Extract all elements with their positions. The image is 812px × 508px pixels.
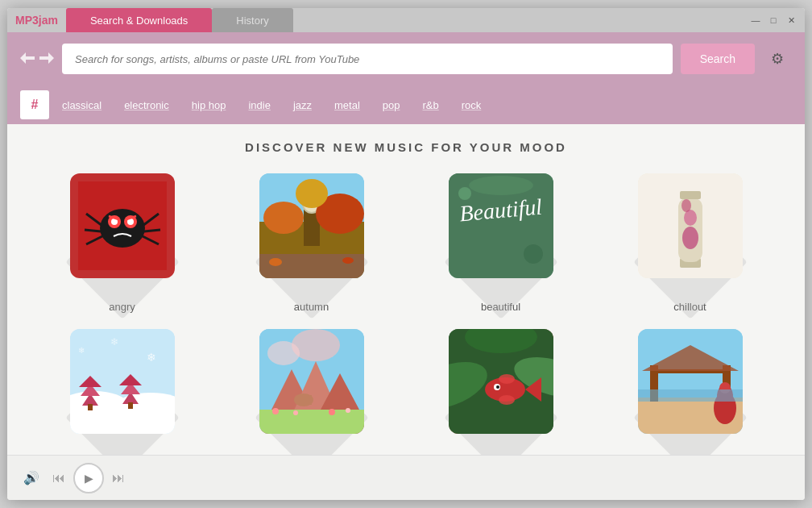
mood-relax-image xyxy=(638,329,743,434)
mood-angry[interactable]: angry xyxy=(39,173,205,313)
svg-point-23 xyxy=(296,179,328,208)
mood-winter-image: ❄ ❄ ❄ xyxy=(70,329,175,434)
genre-hash[interactable]: # xyxy=(20,90,49,119)
nav-buttons xyxy=(20,52,54,66)
close-button[interactable]: ✕ xyxy=(785,15,797,26)
mood-spring-wrapper xyxy=(251,329,372,450)
mood-grid: angry xyxy=(39,173,773,455)
back-button[interactable] xyxy=(20,52,35,66)
mood-autumn[interactable]: autumn xyxy=(229,173,394,313)
genre-classical[interactable]: classical xyxy=(52,96,111,115)
mood-nature-wrapper xyxy=(441,329,561,450)
mood-winter[interactable]: ❄ ❄ ❄ winter xyxy=(39,329,205,455)
svg-point-26 xyxy=(342,257,354,264)
svg-text:❄: ❄ xyxy=(110,336,118,348)
svg-point-37 xyxy=(682,199,691,212)
svg-text:❄: ❄ xyxy=(147,351,156,364)
genre-rnb[interactable]: r&b xyxy=(413,96,449,115)
mood-relax[interactable]: relax xyxy=(607,329,773,455)
svg-point-36 xyxy=(684,210,697,226)
mood-relax-wrapper xyxy=(630,329,751,450)
svg-point-64 xyxy=(346,408,350,413)
svg-point-25 xyxy=(269,258,282,266)
svg-rect-60 xyxy=(308,395,312,405)
genre-indie[interactable]: indie xyxy=(238,96,280,115)
main-content: DISCOVER NEW MUSIC FOR YOUR MOOD xyxy=(7,124,805,455)
mood-beautiful-image: Beautiful xyxy=(449,173,553,278)
play-button[interactable]: ▶ xyxy=(73,463,104,493)
tab-search-downloads[interactable]: Search & Downloads xyxy=(66,8,212,32)
mood-autumn-wrapper xyxy=(251,173,372,294)
app-window: MP3jam Search & Downloads History — □ ✕ xyxy=(7,8,805,500)
svg-marker-1 xyxy=(39,52,54,64)
mood-beautiful-wrapper: Beautiful xyxy=(441,173,561,294)
mood-angry-image xyxy=(70,173,175,278)
mood-spring-image xyxy=(259,329,364,434)
svg-point-63 xyxy=(329,409,335,415)
svg-rect-38 xyxy=(680,191,701,199)
forward-button[interactable] xyxy=(39,52,54,66)
svg-point-75 xyxy=(499,374,515,384)
svg-point-66 xyxy=(267,341,300,365)
svg-point-3 xyxy=(100,209,145,248)
svg-rect-46 xyxy=(88,404,93,410)
mood-chillout-wrapper xyxy=(630,173,751,294)
mood-autumn-image xyxy=(259,173,364,278)
volume-button[interactable]: 🔊 xyxy=(23,470,39,485)
svg-point-35 xyxy=(682,227,698,249)
genre-jazz[interactable]: jazz xyxy=(284,96,321,115)
genre-bar: # classical electronic hip hop indie jaz… xyxy=(7,85,805,124)
svg-marker-0 xyxy=(20,52,35,64)
svg-line-12 xyxy=(144,230,160,231)
prev-button[interactable]: ⏮ xyxy=(52,471,65,485)
discover-title: DISCOVER NEW MUSIC FOR YOUR MOOD xyxy=(39,140,773,154)
svg-rect-50 xyxy=(128,402,133,409)
next-button[interactable]: ⏭ xyxy=(112,471,125,485)
title-bar: MP3jam Search & Downloads History — □ ✕ xyxy=(7,8,805,32)
tabs-container: Search & Downloads History xyxy=(66,8,750,32)
genre-electronic[interactable]: electronic xyxy=(114,96,179,115)
mood-angry-wrapper xyxy=(62,173,183,294)
search-input[interactable] xyxy=(62,44,673,74)
player-bar: 🔊 ⏮ ▶ ⏭ xyxy=(7,455,805,500)
genre-hiphop[interactable]: hip hop xyxy=(182,96,236,115)
genre-pop[interactable]: pop xyxy=(373,96,410,115)
app-logo: MP3jam xyxy=(15,14,58,27)
mood-winter-wrapper: ❄ ❄ ❄ xyxy=(62,329,183,450)
genre-rock[interactable]: rock xyxy=(452,96,491,115)
settings-button[interactable]: ⚙ xyxy=(763,44,792,73)
search-button[interactable]: Search xyxy=(681,44,755,74)
svg-point-74 xyxy=(496,385,499,389)
svg-point-31 xyxy=(469,176,533,195)
mood-beautiful[interactable]: Beautiful beautiful xyxy=(418,173,583,313)
svg-point-61 xyxy=(272,408,279,414)
svg-point-76 xyxy=(499,395,515,405)
svg-point-29 xyxy=(458,187,471,200)
genre-metal[interactable]: metal xyxy=(325,96,370,115)
svg-point-21 xyxy=(263,202,304,234)
mood-chillout[interactable]: chillout xyxy=(607,173,773,313)
window-controls: — □ ✕ xyxy=(750,15,797,26)
svg-text:❄: ❄ xyxy=(78,346,85,355)
player-controls: ⏮ ▶ ⏭ xyxy=(52,463,125,493)
search-bar-area: Search ⚙ xyxy=(7,32,805,85)
svg-line-9 xyxy=(85,230,101,231)
tab-history[interactable]: History xyxy=(212,8,292,32)
svg-point-62 xyxy=(293,410,298,415)
mood-spring[interactable]: spring xyxy=(229,329,394,455)
svg-point-30 xyxy=(524,244,543,264)
mood-nature[interactable]: nature xyxy=(418,329,583,455)
mood-nature-image xyxy=(449,329,553,434)
maximize-button[interactable]: □ xyxy=(768,15,779,26)
minimize-button[interactable]: — xyxy=(750,15,761,26)
mood-chillout-image xyxy=(638,173,743,278)
svg-rect-86 xyxy=(638,389,743,402)
